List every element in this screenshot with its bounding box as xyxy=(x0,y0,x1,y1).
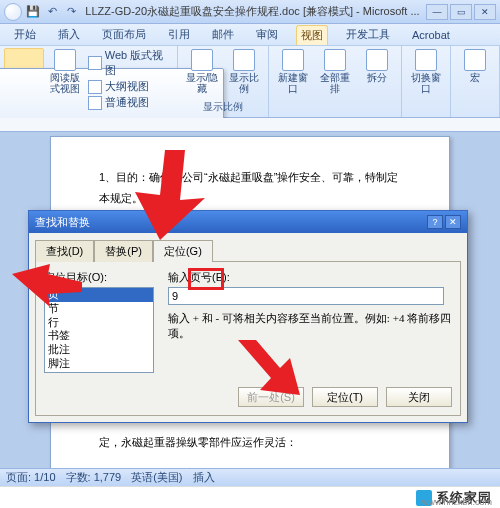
list-item[interactable]: 书签 xyxy=(45,329,153,343)
close-button[interactable]: 关闭 xyxy=(386,387,452,407)
find-replace-dialog: 查找和替换 ? ✕ 查找(D) 替换(P) 定位(G) 定位目标(O): 页 节… xyxy=(28,210,468,423)
zoom-button[interactable]: 显示比例 xyxy=(224,48,264,95)
zoom-icon xyxy=(233,49,255,71)
window-controls: — ▭ ✕ xyxy=(426,4,496,20)
ribbon-group-switch: 切换窗口 xyxy=(402,46,451,117)
goto-target-label: 定位目标(O): xyxy=(44,270,154,285)
ruler[interactable] xyxy=(0,118,500,132)
ribbon-group-document-views: 页面视图 阅读版式视图 Web 版式视图 大纲视图 普通视图 文档视图 xyxy=(0,46,178,117)
redo-icon[interactable]: ↷ xyxy=(63,4,79,20)
dialog-close-button[interactable]: ✕ xyxy=(445,215,461,229)
dialog-title: 查找和替换 xyxy=(35,215,90,230)
web-icon xyxy=(88,56,101,70)
window-title: LLZZ-GD-20永磁起重吸盘安全操作规程.doc [兼容模式] - Micr… xyxy=(79,4,426,19)
quick-access-toolbar: 💾 ↶ ↷ xyxy=(4,3,79,21)
status-words[interactable]: 字数: 1,779 xyxy=(66,470,122,485)
outline-button[interactable]: 大纲视图 xyxy=(86,79,173,94)
list-item[interactable]: 批注 xyxy=(45,343,153,357)
switch-icon xyxy=(415,49,437,71)
show-hide-button[interactable]: 显示/隐藏 xyxy=(182,48,222,95)
outline-icon xyxy=(88,80,102,94)
arrange-icon xyxy=(324,49,346,71)
ribbon-group-window: 新建窗口 全部重排 拆分 xyxy=(269,46,402,117)
paragraph: 1、目的：确保本公司“永磁起重吸盘”操作安全、可靠，特制定本规定。 xyxy=(99,167,401,209)
tab-home[interactable]: 开始 xyxy=(10,25,40,44)
draft-icon xyxy=(88,96,102,110)
watermark-url: www.hnzkbh.com xyxy=(422,497,492,507)
maximize-button[interactable]: ▭ xyxy=(450,4,472,20)
list-item[interactable]: 页 xyxy=(45,288,153,302)
web-layout-button[interactable]: Web 版式视图 xyxy=(86,48,173,78)
tab-replace[interactable]: 替换(P) xyxy=(94,240,153,262)
newwin-icon xyxy=(282,49,304,71)
list-item[interactable]: 脚注 xyxy=(45,357,153,371)
previous-button: 前一处(S) xyxy=(238,387,304,407)
dialog-body: 定位目标(O): 页 节 行 书签 批注 脚注 输入页号(E): 输入 + 和 … xyxy=(35,261,461,416)
list-item[interactable]: 节 xyxy=(45,302,153,316)
save-icon[interactable]: 💾 xyxy=(25,4,41,20)
tab-mailings[interactable]: 邮件 xyxy=(208,25,238,44)
tab-page-layout[interactable]: 页面布局 xyxy=(98,25,150,44)
status-mode[interactable]: 插入 xyxy=(193,470,215,485)
status-language[interactable]: 英语(美国) xyxy=(131,470,182,485)
split-button[interactable]: 拆分 xyxy=(357,48,397,95)
tab-find[interactable]: 查找(D) xyxy=(35,240,94,262)
showhide-icon xyxy=(191,49,213,71)
dialog-help-button[interactable]: ? xyxy=(427,215,443,229)
close-button[interactable]: ✕ xyxy=(474,4,496,20)
office-button[interactable] xyxy=(4,3,22,21)
arrange-all-button[interactable]: 全部重排 xyxy=(315,48,355,95)
tab-developer[interactable]: 开发工具 xyxy=(342,25,394,44)
dialog-titlebar[interactable]: 查找和替换 ? ✕ xyxy=(29,211,467,233)
status-page[interactable]: 页面: 1/10 xyxy=(6,470,56,485)
tab-insert[interactable]: 插入 xyxy=(54,25,84,44)
goto-button[interactable]: 定位(T) xyxy=(312,387,378,407)
ribbon-tabs: 开始 插入 页面布局 引用 邮件 审阅 视图 开发工具 Acrobat xyxy=(0,24,500,46)
tab-references[interactable]: 引用 xyxy=(164,25,194,44)
split-icon xyxy=(366,49,388,71)
tab-goto[interactable]: 定位(G) xyxy=(153,240,213,262)
macro-icon xyxy=(464,49,486,71)
book-icon xyxy=(54,49,76,71)
dialog-tabs: 查找(D) 替换(P) 定位(G) xyxy=(29,233,467,261)
group-label: 显示比例 xyxy=(182,100,264,115)
title-bar: 💾 ↶ ↷ LLZZ-GD-20永磁起重吸盘安全操作规程.doc [兼容模式] … xyxy=(0,0,500,24)
hint-text: 输入 + 和 - 可将相关内容移至当前位置。例如: +4 将前移四项。 xyxy=(168,311,452,341)
paragraph: 定，永磁起重器操纵零部件应运作灵活： xyxy=(99,432,401,453)
undo-icon[interactable]: ↶ xyxy=(44,4,60,20)
switch-windows-button[interactable]: 切换窗口 xyxy=(406,48,446,95)
ribbon: 页面视图 阅读版式视图 Web 版式视图 大纲视图 普通视图 文档视图 显示/隐… xyxy=(0,46,500,118)
ribbon-group-zoom: 显示/隐藏 显示比例 显示比例 xyxy=(178,46,269,117)
status-bar: 页面: 1/10 字数: 1,779 英语(美国) 插入 xyxy=(0,468,500,486)
ribbon-group-macros: 宏 xyxy=(451,46,500,117)
list-item[interactable]: 行 xyxy=(45,316,153,330)
draft-button[interactable]: 普通视图 xyxy=(86,95,173,110)
page-number-input[interactable] xyxy=(168,287,444,305)
tab-acrobat[interactable]: Acrobat xyxy=(408,27,454,43)
minimize-button[interactable]: — xyxy=(426,4,448,20)
new-window-button[interactable]: 新建窗口 xyxy=(273,48,313,95)
goto-target-listbox[interactable]: 页 节 行 书签 批注 脚注 xyxy=(44,287,154,373)
macros-button[interactable]: 宏 xyxy=(455,48,495,84)
tab-review[interactable]: 审阅 xyxy=(252,25,282,44)
tab-view[interactable]: 视图 xyxy=(296,25,328,45)
page-number-label: 输入页号(E): xyxy=(168,270,452,285)
